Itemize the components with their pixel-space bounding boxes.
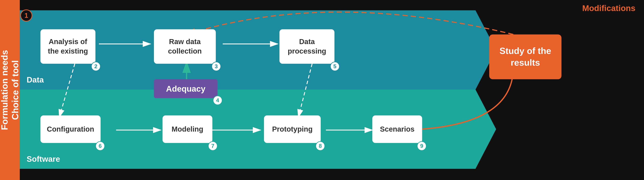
study-results-box: Study of the results — [489, 35, 562, 79]
badge-9: 9 — [417, 141, 426, 151]
badge-6: 6 — [96, 141, 105, 151]
badge-4: 4 — [213, 96, 222, 105]
left-bar-label: Formulation needs Choice of tool — [0, 50, 21, 130]
analysis-existing-box: Analysis of the existing — [40, 29, 96, 64]
badge-5: 5 — [330, 62, 340, 71]
badge-3: 3 — [212, 62, 221, 71]
modeling-box: Modeling — [162, 115, 212, 143]
step-1-circle: 1 — [20, 10, 32, 22]
badge-8: 8 — [316, 141, 325, 151]
software-band-label: Software — [27, 154, 60, 164]
prototyping-box: Prototyping — [264, 115, 321, 143]
configuration-box: Configuration — [40, 115, 100, 143]
raw-data-box: Raw data collection — [154, 29, 216, 64]
data-processing-box: Data processing — [280, 29, 334, 64]
scenarios-box: Scenarios — [372, 115, 422, 143]
modifications-label: Modifications — [582, 4, 636, 13]
badge-2: 2 — [91, 62, 100, 71]
badge-7: 7 — [208, 141, 218, 151]
main-content: Data Software — [20, 0, 644, 180]
adequacy-box: Adequacy — [154, 79, 218, 98]
left-bar: Formulation needs Choice of tool — [0, 0, 20, 180]
data-band-label: Data — [27, 75, 44, 84]
